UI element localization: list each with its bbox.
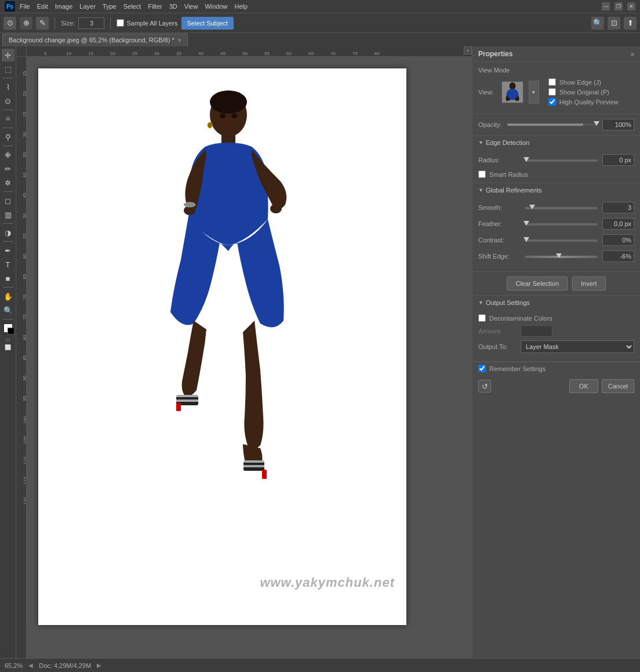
menu-window[interactable]: Window: [205, 3, 227, 10]
menu-3d[interactable]: 3D: [169, 3, 177, 10]
smart-radius-checkbox[interactable]: [478, 170, 486, 178]
edge-detection-header[interactable]: ▼ Edge Detection: [472, 136, 640, 150]
view-thumbnail[interactable]: [501, 81, 524, 104]
brush-tool-icon[interactable]: ✎: [36, 17, 49, 30]
radius-input[interactable]: [602, 154, 634, 166]
select-subject-button[interactable]: Select Subject: [181, 17, 234, 30]
global-refinements-header[interactable]: ▼ Global Refinements: [472, 183, 640, 197]
status-arrow-right[interactable]: ▶: [97, 662, 101, 669]
opacity-input[interactable]: [602, 119, 634, 130]
feather-slider[interactable]: [525, 223, 598, 226]
document-tab[interactable]: Background change.jpeg @ 65,2% (Backgrou…: [2, 34, 188, 46]
pen-tool[interactable]: ✒: [2, 244, 14, 257]
restore-button[interactable]: ❐: [614, 2, 623, 10]
menu-view[interactable]: View: [184, 3, 198, 10]
shift-edge-slider-container: [525, 255, 598, 258]
move-tool[interactable]: ✛: [2, 49, 14, 61]
panel-expand-button[interactable]: ≡: [631, 51, 634, 57]
menu-file[interactable]: File: [20, 3, 30, 10]
minimize-button[interactable]: —: [602, 2, 610, 10]
menu-layer[interactable]: Layer: [79, 3, 96, 10]
remember-settings-checkbox[interactable]: [478, 365, 486, 372]
output-to-select[interactable]: Layer Mask Selection New Layer New Layer…: [521, 340, 634, 353]
gradient-tool[interactable]: ▥: [2, 208, 14, 221]
contrast-slider[interactable]: [525, 239, 598, 242]
high-quality-checkbox[interactable]: [548, 98, 556, 106]
heal-brush-tool[interactable]: ✙: [2, 148, 14, 161]
feather-thumb: [523, 221, 529, 226]
radius-slider[interactable]: [525, 159, 598, 162]
crop-tool[interactable]: ⌗: [2, 112, 14, 125]
close-button[interactable]: ✕: [627, 2, 635, 10]
clear-selection-button[interactable]: Clear Selection: [507, 277, 568, 290]
ruler-v-tick: 50: [23, 213, 27, 219]
ruler-v-tick: 30: [23, 132, 27, 137]
feather-input[interactable]: [602, 218, 634, 230]
text-tool[interactable]: T: [2, 258, 14, 271]
reset-button[interactable]: ↺: [478, 380, 491, 393]
opacity-slider[interactable]: [507, 123, 597, 126]
brush-left-tool[interactable]: ✏: [2, 162, 14, 175]
panel-header: Properties ≡: [472, 46, 640, 62]
smooth-slider[interactable]: [525, 207, 598, 209]
radius-row: Radius:: [478, 154, 634, 166]
show-edge-checkbox[interactable]: [548, 78, 556, 86]
quick-mask-icon[interactable]: ⬭: [6, 337, 10, 343]
output-settings-header[interactable]: ▼ Output Settings: [472, 296, 640, 310]
svg-rect-11: [243, 460, 264, 463]
invert-button[interactable]: Invert: [572, 277, 606, 290]
foreground-color[interactable]: [3, 323, 13, 333]
ruler-h-tick: 10: [66, 51, 71, 56]
screen-mode-icon[interactable]: ⊡: [608, 17, 620, 30]
menu-edit[interactable]: Edit: [37, 3, 48, 10]
menu-image[interactable]: Image: [55, 3, 73, 10]
clone-stamp-tool[interactable]: ✲: [2, 176, 14, 189]
show-original-row: Show Original (P): [548, 88, 619, 96]
tab-bar: Background change.jpeg @ 65,2% (Backgrou…: [0, 32, 640, 46]
shift-edge-slider[interactable]: [525, 256, 598, 258]
shape-tool[interactable]: ■: [2, 272, 14, 285]
smooth-label: Smooth:: [478, 204, 525, 211]
menu-type[interactable]: Type: [103, 3, 117, 10]
image-canvas[interactable]: www.yakymchuk.net: [38, 68, 406, 625]
screen-mode-left-icon[interactable]: ⬜: [5, 344, 11, 350]
ok-button[interactable]: OK: [569, 379, 598, 393]
ruler-h-tick: 40: [198, 51, 203, 56]
show-original-checkbox[interactable]: [548, 88, 556, 96]
opacity-section: Opacity:: [472, 114, 640, 136]
refine-edge-brush-icon[interactable]: ⊕: [20, 17, 32, 30]
status-arrow-left[interactable]: ◀: [28, 662, 33, 669]
quick-selection-left[interactable]: ⊙: [2, 95, 14, 107]
decontaminate-checkbox[interactable]: [478, 314, 486, 322]
view-controls: View: ▾ Show Edge (J): [478, 78, 634, 106]
hand-tool[interactable]: ✋: [2, 290, 14, 303]
view-dropdown-button[interactable]: ▾: [529, 81, 539, 104]
zoom-tool[interactable]: 🔍: [2, 304, 14, 317]
menu-help[interactable]: Help: [235, 3, 248, 10]
eyedropper-tool[interactable]: ⚲: [2, 130, 14, 143]
menu-filter[interactable]: Filter: [148, 3, 162, 10]
lasso-tool[interactable]: ⌇: [2, 81, 14, 93]
tab-close-button[interactable]: ×: [178, 37, 181, 43]
smooth-input[interactable]: [602, 202, 634, 213]
ruler-h-tick: 75: [352, 51, 358, 56]
rectangular-marquee-tool[interactable]: ⬚: [2, 63, 14, 75]
eraser-tool[interactable]: ◻: [2, 194, 14, 207]
size-input[interactable]: [78, 17, 104, 29]
shift-edge-input[interactable]: [602, 250, 634, 262]
ruler-h-tick: 35: [176, 51, 181, 56]
left-sep-9: [3, 319, 13, 319]
cancel-button[interactable]: Cancel: [602, 379, 634, 393]
ruler-v-tick: 105: [23, 437, 27, 444]
share-icon[interactable]: ⬆: [624, 17, 637, 30]
menu-bar: File Edit Image Layer Type Select Filter…: [20, 3, 248, 10]
sample-all-layers-checkbox[interactable]: [117, 19, 124, 27]
left-tools-panel: ✛ ⬚ ⌇ ⊙ ⌗ ⚲ ✙ ✏ ✲ ◻ ▥ ◑ ✒ T ■ ✋ 🔍 ⬭ ⬜: [0, 46, 16, 658]
panel-expand-icon[interactable]: »: [464, 46, 472, 55]
contrast-input[interactable]: [602, 234, 634, 246]
opacity-thumb: [594, 121, 599, 126]
dodge-tool[interactable]: ◑: [2, 226, 14, 239]
menu-select[interactable]: Select: [123, 3, 141, 10]
quick-selection-tool-icon[interactable]: ⊙: [3, 17, 16, 30]
search-icon[interactable]: 🔍: [591, 17, 604, 30]
